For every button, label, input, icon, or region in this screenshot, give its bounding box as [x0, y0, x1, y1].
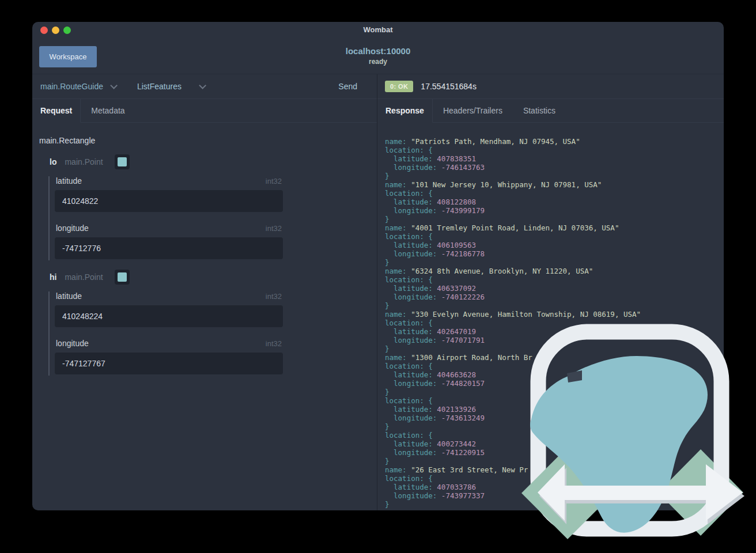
field-label-row: longitudeint32	[56, 224, 282, 233]
response-line: }	[385, 172, 724, 180]
tabbar-filler	[566, 99, 724, 123]
checkbox-check	[118, 272, 127, 282]
lo-checkbox[interactable]	[115, 154, 130, 169]
field-type-badge: int32	[266, 224, 282, 233]
response-line: longitude: -740122226	[385, 293, 724, 301]
send-button[interactable]: Send	[338, 82, 357, 91]
hi-checkbox[interactable]	[115, 270, 130, 285]
window-title: Wombat	[32, 25, 724, 34]
response-line: }	[385, 301, 724, 310]
desktop-background: Wombat Workspace localhost:10000 ready m…	[0, 0, 756, 553]
response-line: name: "101 New Jersey 10, Whippany, NJ 0…	[385, 180, 724, 189]
method-selector[interactable]: ListFeatures	[137, 82, 204, 91]
tab-metadata[interactable]: Metadata	[81, 99, 135, 123]
tabbar-filler	[135, 99, 377, 123]
server-info: localhost:10000 ready	[32, 46, 724, 66]
field-label-row: latitudeint32	[56, 291, 282, 301]
request-form: main.Rectangle lomain.Pointlatitudeint32…	[32, 123, 377, 510]
request-toolbar: main.RouteGuide ListFeatures Send	[32, 74, 377, 99]
response-line: latitude: 407838351	[385, 154, 724, 163]
field-label-row: longitudeint32	[56, 339, 282, 348]
tab-statistics[interactable]: Statistics	[513, 99, 566, 123]
field-name: lo	[50, 157, 56, 166]
response-line: longitude: -742186778	[385, 249, 724, 258]
message-type-label: main.Rectangle	[39, 136, 377, 145]
server-address: localhost:10000	[32, 46, 724, 56]
chevron-down-icon	[199, 82, 206, 89]
response-line: location: {	[385, 232, 724, 241]
response-line: location: {	[385, 189, 724, 198]
field-label: longitude	[56, 224, 89, 233]
response-line: }	[385, 258, 724, 267]
field-name: hi	[50, 272, 56, 282]
wombat-logo	[519, 323, 756, 553]
request-tabbar: RequestMetadata	[32, 99, 377, 123]
lo-longitude-input[interactable]	[55, 237, 283, 259]
chevron-down-icon	[110, 82, 118, 89]
server-status: ready	[32, 58, 724, 66]
tab-request[interactable]: Request	[32, 99, 81, 123]
field-label-row: latitudeint32	[56, 176, 282, 185]
method-selector-value: ListFeatures	[137, 82, 182, 91]
request-panel: main.RouteGuide ListFeatures Send Reques…	[32, 74, 377, 510]
response-line: name: "6324 8th Avenue, Brooklyn, NY 112…	[385, 267, 724, 275]
response-line: latitude: 406109563	[385, 241, 724, 249]
response-line: latitude: 408122808	[385, 198, 724, 206]
status-badge: 0: OK	[385, 81, 413, 92]
checkbox-check	[118, 157, 127, 166]
field-label: latitude	[56, 291, 82, 301]
response-line: name: "330 Evelyn Avenue, Hamilton Towns…	[385, 310, 724, 319]
field-group-header-lo: lomain.Point	[39, 154, 377, 169]
response-line: longitude: -746143763	[385, 163, 724, 172]
field-group-lo: latitudeint32longitudeint32	[48, 176, 283, 260]
field-type: main.Point	[65, 272, 103, 282]
response-line: name: "4001 Tremley Point Road, Linden, …	[385, 224, 724, 232]
field-groups: lomain.Pointlatitudeint32longitudeint32h…	[39, 154, 377, 376]
field-type: main.Point	[65, 157, 103, 166]
tab-headers-trailers[interactable]: Headers/Trailers	[433, 99, 513, 123]
hi-latitude-input[interactable]	[55, 305, 283, 327]
service-selector-value: main.RouteGuide	[40, 82, 103, 91]
duration-label: 17.554151684s	[421, 82, 477, 91]
field-group-header-hi: himain.Point	[39, 270, 377, 285]
field-label: longitude	[56, 339, 89, 348]
response-tabbar: ResponseHeaders/TrailersStatistics	[377, 99, 724, 123]
response-line: name: "Patriots Path, Mendham, NJ 07945,…	[385, 137, 724, 146]
response-statusbar: 0: OK 17.554151684s	[377, 74, 724, 99]
response-line: location: {	[385, 146, 724, 154]
response-line: }	[385, 215, 724, 224]
hi-longitude-input[interactable]	[55, 353, 283, 374]
response-line: latitude: 406337092	[385, 284, 724, 293]
field-type-badge: int32	[266, 292, 282, 301]
app-header: Wombat Workspace localhost:10000 ready	[32, 22, 724, 74]
field-type-badge: int32	[266, 177, 282, 185]
field-label: latitude	[56, 176, 82, 185]
response-line: longitude: -743999179	[385, 206, 724, 215]
field-group-hi: latitudeint32longitudeint32	[48, 291, 283, 376]
response-line: location: {	[385, 275, 724, 284]
field-type-badge: int32	[266, 339, 282, 348]
service-selector[interactable]: main.RouteGuide	[40, 82, 115, 91]
lo-latitude-input[interactable]	[55, 190, 283, 212]
tab-response[interactable]: Response	[377, 99, 433, 123]
